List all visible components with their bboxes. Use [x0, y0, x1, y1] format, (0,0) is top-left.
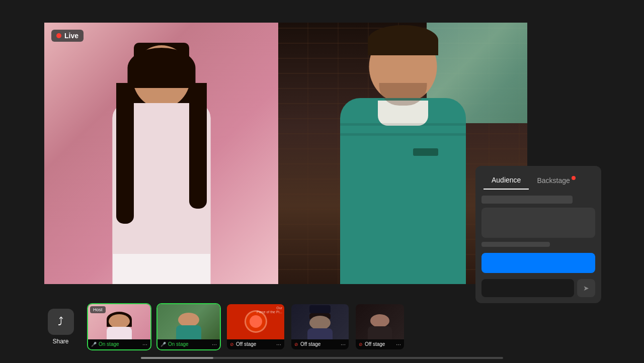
panel-chat-input[interactable]	[481, 279, 574, 297]
thumb-menu-1[interactable]: ···	[142, 341, 147, 348]
panel-row-1	[481, 196, 573, 204]
thumb-menu-2[interactable]: ···	[212, 341, 217, 348]
thumb-bottom-3: ⊘ Off stage ···	[227, 339, 284, 349]
thumb-menu-4[interactable]: ···	[341, 341, 346, 348]
participant-thumb-3[interactable]: OurPiece of the Pi... ⊘ Off stage ···	[226, 303, 285, 350]
right-panel: Audience Backstage ➤	[475, 166, 601, 303]
live-badge: Live	[51, 30, 84, 42]
thumb-menu-5[interactable]: ···	[396, 341, 401, 348]
backstage-notification-dot	[572, 176, 576, 180]
stage-area: Live	[44, 23, 527, 284]
video-left-bg	[44, 23, 278, 284]
panel-content: ➤	[475, 190, 601, 303]
share-button[interactable]: ⤴ Share	[44, 309, 77, 345]
thumb-bottom-1: 🎤 On stage ···	[88, 339, 150, 349]
participant-thumb-2[interactable]: 🎤 On stage ···	[156, 303, 221, 350]
live-dot	[56, 33, 61, 38]
thumb-bottom-4: ⊘ Off stage ···	[291, 339, 349, 349]
panel-row-3	[481, 242, 550, 247]
tab-backstage[interactable]: Backstage	[529, 172, 583, 190]
thumb-bottom-2: 🎤 On stage ···	[157, 339, 220, 349]
panel-blue-button[interactable]	[481, 253, 595, 273]
panel-input-row: ➤	[481, 279, 595, 297]
progress-bar[interactable]	[141, 357, 503, 359]
tab-audience[interactable]: Audience	[484, 172, 529, 190]
share-icon: ⤴	[48, 309, 74, 335]
panel-tabs: Audience Backstage	[475, 166, 601, 190]
thumb-status-3: ⊘ Off stage	[230, 341, 256, 347]
video-left: Live	[44, 23, 278, 284]
participant-thumb-1[interactable]: Host 🎤 On stage ···	[87, 303, 151, 350]
live-label: Live	[64, 32, 78, 40]
participant-thumb-5[interactable]: ⊘ Off stage ···	[355, 303, 405, 350]
thumb-status-5: ⊘ Off stage	[359, 341, 385, 347]
thumb-status-2: 🎤 On stage	[160, 341, 189, 347]
panel-row-2	[481, 208, 595, 238]
thumb-bottom-5: ⊘ Off stage ···	[356, 339, 404, 349]
share-label: Share	[52, 338, 68, 345]
app-container: Live	[0, 0, 644, 363]
bottom-strip: ⤴ Share Host 🎤	[0, 303, 644, 350]
thumb-status-1: 🎤 On stage	[91, 341, 119, 347]
panel-send-button[interactable]: ➤	[577, 279, 595, 297]
progress-fill	[141, 357, 213, 359]
host-badge: Host	[90, 306, 106, 313]
thumb-status-4: ⊘ Off stage	[294, 341, 320, 347]
participant-thumb-4[interactable]: ⊘ Off stage ···	[290, 303, 350, 350]
thumb-menu-3[interactable]: ···	[276, 341, 281, 348]
